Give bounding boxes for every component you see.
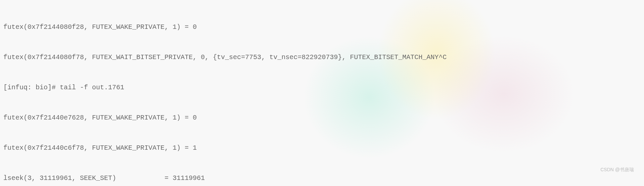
terminal-line: futex(0x7f21440e7628, FUTEX_WAKE_PRIVATE… <box>3 113 641 123</box>
terminal-output: futex(0x7f2144080f28, FUTEX_WAKE_PRIVATE… <box>3 2 641 186</box>
terminal-line: futex(0x7f2144080f78, FUTEX_WAIT_BITSET_… <box>3 52 641 62</box>
watermark-text: CSDN @书唐瑞 <box>600 166 634 173</box>
terminal-line: futex(0x7f21440c6f78, FUTEX_WAKE_PRIVATE… <box>3 143 641 153</box>
terminal-line: [infuq: bio]# tail -f out.1761 <box>3 83 641 93</box>
terminal-line: lseek(3, 31119961, SEEK_SET) = 31119961 <box>3 173 641 183</box>
terminal-line: futex(0x7f2144080f28, FUTEX_WAKE_PRIVATE… <box>3 22 641 32</box>
